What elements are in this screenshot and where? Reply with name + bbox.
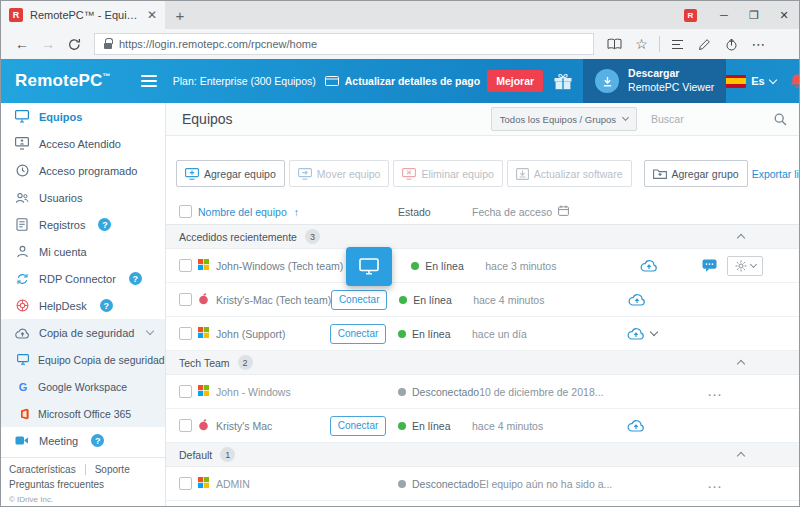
row-checkbox[interactable]: [179, 385, 192, 398]
update-payment-link[interactable]: Actualizar detalles de pago: [325, 75, 480, 87]
web-note-icon[interactable]: [691, 31, 718, 57]
settings-dropdown[interactable]: [727, 256, 763, 276]
tab-close-icon[interactable]: ✕: [147, 8, 157, 22]
back-button[interactable]: ←: [9, 31, 35, 57]
sidebar-item-meeting[interactable]: Meeting ?: [1, 427, 165, 454]
table-row[interactable]: Kristy's-Mac (Tech team) Conectar En lín…: [166, 283, 799, 317]
forward-button[interactable]: →: [35, 31, 61, 57]
row-checkbox[interactable]: [179, 293, 192, 306]
sidebar-item-equipos[interactable]: Equipos: [1, 103, 165, 130]
main-content: Equipos Todos los Equipos / Grupos: [166, 103, 799, 506]
features-link[interactable]: Características: [9, 464, 76, 475]
sidebar-item-office-365[interactable]: Microsoft Office 365: [1, 400, 165, 427]
table-row[interactable]: ADMIN Desconectado El equipo aún no ha s…: [166, 467, 799, 501]
help-badge[interactable]: ?: [91, 434, 104, 447]
help-badge[interactable]: ?: [129, 272, 142, 285]
row-checkbox[interactable]: [179, 327, 192, 340]
sidebar-item-helpdesk[interactable]: HelpDesk ?: [1, 292, 165, 319]
collapse-chevron-icon[interactable]: [737, 360, 745, 368]
table-row[interactable]: John-Windows (Tech team) En línea hace 3…: [166, 249, 799, 283]
minimize-button[interactable]: ─: [709, 1, 739, 29]
group-header-tech-team[interactable]: Tech Team 2: [166, 351, 799, 375]
computer-name: John - Windows: [216, 386, 291, 398]
page-header: Equipos Todos los Equipos / Grupos: [166, 103, 799, 136]
groups-filter-dropdown[interactable]: Todos los Equipos / Grupos: [491, 107, 637, 131]
collapse-chevron-icon[interactable]: [737, 452, 745, 460]
table-row[interactable]: John (Support) Conectar En línea hace un…: [166, 317, 799, 351]
gift-icon[interactable]: [553, 73, 573, 90]
row-checkbox[interactable]: [179, 259, 192, 272]
connect-button[interactable]: Conectar: [330, 324, 386, 344]
notifications-bell-icon[interactable]: [789, 73, 800, 90]
update-software-button[interactable]: Actualizar software: [507, 160, 632, 187]
search-icon[interactable]: [774, 113, 787, 126]
connect-button[interactable]: Conectar: [330, 416, 386, 436]
browser-tab[interactable]: R RemotePC™ - Equipos ✕: [1, 1, 165, 29]
backup-cloud-icon: [14, 327, 30, 339]
select-all-checkbox[interactable]: [179, 205, 192, 218]
hub-icon[interactable]: [664, 31, 691, 57]
row-checkbox[interactable]: [179, 477, 192, 490]
help-badge[interactable]: ?: [98, 218, 111, 231]
connect-button[interactable]: Conectar: [331, 290, 387, 310]
table-row[interactable]: John - Windows Desconectado 10 de diciem…: [166, 375, 799, 409]
accessed-text: hace 3 minutos: [485, 260, 640, 272]
status-dot: [398, 330, 406, 338]
add-group-button[interactable]: Agregar grupo: [644, 160, 748, 187]
cloud-backup-icon[interactable]: [628, 293, 646, 306]
more-actions-icon[interactable]: ...: [708, 386, 723, 398]
sidebar-item-usuarios[interactable]: Usuarios: [1, 184, 165, 211]
cloud-backup-icon[interactable]: [640, 259, 658, 272]
download-viewer-button[interactable]: DescargarRemotePC Viewer: [583, 59, 726, 103]
sidebar-item-acceso-atendido[interactable]: Acceso Atendido: [1, 130, 165, 157]
favorites-star-icon[interactable]: ☆: [628, 31, 655, 57]
collapse-chevron-icon[interactable]: [737, 234, 745, 242]
refresh-button[interactable]: [61, 31, 87, 57]
windows-icon: [198, 259, 209, 272]
upgrade-button[interactable]: Mejorar: [487, 70, 543, 92]
more-actions-icon[interactable]: ...: [708, 478, 723, 490]
table-row[interactable]: Kristy's Mac Conectar En línea hace 4 mi…: [166, 409, 799, 443]
copyright-text: © IDrive Inc.: [9, 495, 157, 504]
help-badge[interactable]: ?: [100, 299, 113, 312]
close-button[interactable]: ✕: [769, 1, 799, 29]
sidebar-item-mi-cuenta[interactable]: Mi cuenta: [1, 238, 165, 265]
support-link[interactable]: Soporte: [85, 464, 130, 475]
add-computer-button[interactable]: Agregar equipo: [176, 160, 285, 187]
group-header-default[interactable]: Default 1: [166, 443, 799, 467]
delete-computer-icon: [402, 168, 416, 180]
delete-computer-button[interactable]: Eliminar equipo: [393, 160, 502, 187]
new-tab-button[interactable]: +: [165, 1, 195, 29]
cloud-backup-icon[interactable]: [627, 419, 645, 432]
column-name[interactable]: Nombre del equipo ↑: [198, 206, 330, 218]
search-input[interactable]: [651, 113, 759, 125]
reading-view-icon[interactable]: [601, 31, 628, 57]
chevron-down-icon[interactable]: [650, 328, 658, 336]
sidebar-item-acceso-programado[interactable]: Acceso programado: [1, 157, 165, 184]
computer-name: John (Support): [216, 328, 285, 340]
sidebar-item-copia-de-seguridad[interactable]: Copia de seguridad: [1, 319, 165, 346]
app-header: RemotePC™ Plan: Enterprise (300 Equipos)…: [1, 59, 799, 103]
sidebar-item-equipo-copia[interactable]: Equipo Copia de seguridad: [1, 346, 165, 373]
group-header-recent[interactable]: Accedidos recientemente 3: [166, 225, 799, 249]
sidebar-item-google-workspace[interactable]: G Google Workspace: [1, 373, 165, 400]
more-menu-icon[interactable]: ⋯: [745, 31, 772, 57]
connect-hover-button[interactable]: [346, 247, 392, 286]
calendar-icon[interactable]: [558, 205, 569, 218]
chat-icon[interactable]: [702, 259, 717, 272]
chevron-down-icon: [622, 114, 629, 121]
add-group-icon: [653, 168, 667, 179]
address-bar[interactable]: https://login.remotepc.com/rpcnew/home: [94, 33, 594, 55]
row-checkbox[interactable]: [179, 419, 192, 432]
share-icon[interactable]: [718, 31, 745, 57]
restore-button[interactable]: ❐: [739, 1, 769, 29]
sidebar-item-registros[interactable]: Registros ?: [1, 211, 165, 238]
language-selector[interactable]: Es: [726, 75, 775, 88]
move-computer-button[interactable]: Mover equipo: [289, 160, 390, 187]
cloud-backup-icon[interactable]: [627, 327, 645, 340]
faq-link[interactable]: Preguntas frecuentes: [9, 479, 157, 490]
export-list-link[interactable]: Exportar lista de equipos: [752, 168, 800, 180]
hamburger-menu-icon[interactable]: [141, 72, 157, 90]
url-text[interactable]: https://login.remotepc.com/rpcnew/home: [119, 38, 317, 50]
sidebar-item-rdp-connector[interactable]: RDP Connector ?: [1, 265, 165, 292]
